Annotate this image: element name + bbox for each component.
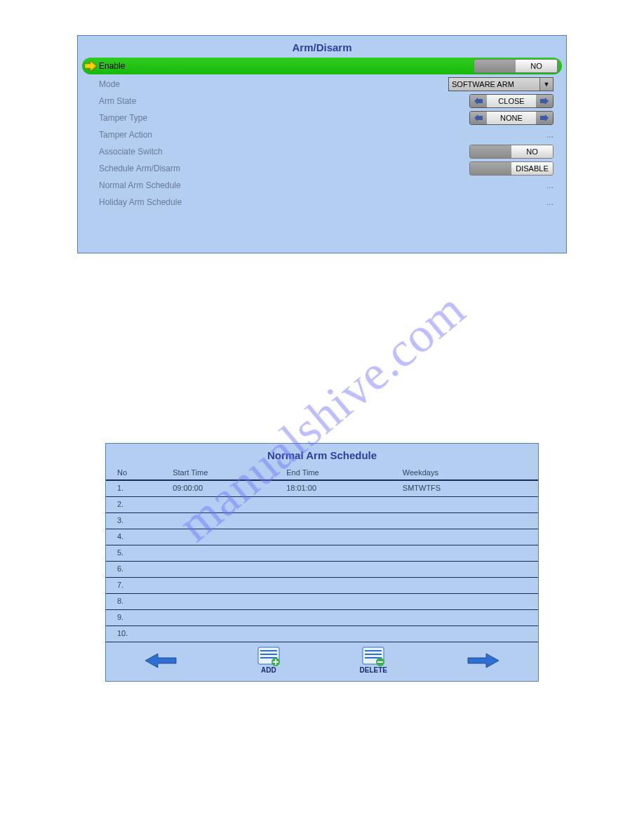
table-row[interactable]: 6. [106,562,538,578]
spinner-arm-state[interactable]: CLOSE [448,94,554,108]
cell-end [269,532,403,542]
cell-start [156,629,269,639]
cell-start [156,581,269,590]
delete-button[interactable]: DELETE [360,647,387,674]
cell-start [156,564,269,574]
label-tamper-action: Tamper Action [98,130,448,140]
cell-no: 4. [106,532,156,542]
col-end: End Time [269,468,403,477]
label-normal-arm-schedule: Normal Arm Schedule [98,180,448,190]
cell-no: 8. [106,597,156,607]
row-holiday-arm-schedule[interactable]: Holiday Arm Schedule ... [78,194,566,211]
arm-disarm-panel: Arm/Disarm Enable NO Mode SOFTWARE ARM▼ … [77,35,567,253]
table-row[interactable]: 7. [106,578,538,594]
back-button[interactable] [145,652,177,669]
pointer-arrow-icon [85,61,98,71]
cell-start [156,516,269,526]
cell-end [269,629,403,639]
svg-marker-2 [540,98,549,105]
schedule-header: No Start Time End Time Weekdays [106,465,538,481]
cell-weekdays: SMTWTFS [403,484,538,494]
toggle-associate-switch[interactable]: NO [448,145,554,159]
cell-weekdays [403,516,538,526]
table-row[interactable]: 3. [106,513,538,529]
label-associate-switch: Associate Switch [98,147,448,157]
value-normal-arm-schedule: ... [546,180,554,190]
table-row[interactable]: 4. [106,529,538,545]
cell-end [269,564,403,574]
dropdown-mode[interactable]: SOFTWARE ARM▼ [448,77,554,91]
svg-marker-5 [145,654,176,668]
cell-start [156,613,269,623]
table-row[interactable]: 5. [106,545,538,562]
cell-end [269,516,403,526]
cell-no: 10. [106,629,156,639]
normal-arm-schedule-panel: Normal Arm Schedule No Start Time End Ti… [105,443,539,682]
row-schedule-armdisarm[interactable]: Schedule Arm/Disarm DISABLE [78,160,566,177]
cell-end [269,500,403,510]
arm-disarm-title: Arm/Disarm [78,36,566,58]
row-mode[interactable]: Mode SOFTWARE ARM▼ [78,76,566,93]
label-arm-state: Arm State [98,96,448,106]
row-tamper-type[interactable]: Tamper Type NONE [78,110,566,126]
cell-weekdays [403,548,538,558]
cell-no: 7. [106,581,156,590]
cell-weekdays [403,613,538,623]
cell-weekdays [403,581,538,590]
label-tamper-type: Tamper Type [98,113,448,123]
arrow-right-icon[interactable] [536,112,553,124]
cell-no: 1. [106,484,156,494]
cell-start: 09:00:00 [156,484,269,494]
cell-no: 2. [106,500,156,510]
row-arm-state[interactable]: Arm State CLOSE [78,93,566,110]
cell-start [156,548,269,558]
svg-marker-4 [540,114,549,121]
cell-end: 18:01:00 [269,484,403,494]
cell-weekdays [403,500,538,510]
svg-marker-1 [474,98,483,105]
cell-no: 5. [106,548,156,558]
table-row[interactable]: 9. [106,610,538,626]
cell-weekdays [403,564,538,574]
table-row[interactable]: 2. [106,497,538,513]
row-associate-switch[interactable]: Associate Switch NO [78,143,566,160]
svg-marker-3 [474,114,483,121]
toggle-enable[interactable]: NO [452,59,558,73]
cell-end [269,613,403,623]
spinner-tamper-type[interactable]: NONE [448,111,554,125]
cell-weekdays [403,629,538,639]
svg-marker-19 [468,654,499,668]
cell-start [156,500,269,510]
delete-label: DELETE [360,666,387,674]
arrow-left-icon[interactable] [470,95,487,107]
value-tamper-action: ... [546,130,554,140]
cell-weekdays [403,532,538,542]
arrow-left-icon[interactable] [470,112,487,124]
next-button[interactable] [467,652,499,669]
schedule-toolbar: ADD DELETE [106,642,538,681]
cell-no: 3. [106,516,156,526]
label-holiday-arm-schedule: Holiday Arm Schedule [98,197,448,207]
toggle-schedule-armdisarm[interactable]: DISABLE [448,161,554,176]
cell-end [269,597,403,607]
label-schedule-armdisarm: Schedule Arm/Disarm [98,164,448,173]
table-row[interactable]: 10. [106,626,538,642]
label-mode: Mode [98,79,448,89]
table-row[interactable]: 1.09:00:0018:01:00SMTWTFS [106,481,538,497]
table-row[interactable]: 8. [106,594,538,610]
label-enable: Enable [98,61,452,71]
add-button[interactable]: ADD [257,647,281,674]
row-tamper-action[interactable]: Tamper Action ... [78,126,566,143]
add-label: ADD [261,666,276,674]
svg-marker-0 [85,61,96,71]
cell-weekdays [403,597,538,607]
col-no: No [106,468,156,477]
schedule-title: Normal Arm Schedule [106,444,538,465]
cell-end [269,581,403,590]
cell-no: 6. [106,564,156,574]
row-normal-arm-schedule[interactable]: Normal Arm Schedule ... [78,177,566,194]
arrow-right-icon[interactable] [536,95,553,107]
row-enable[interactable]: Enable NO [82,58,562,74]
col-weekdays: Weekdays [403,468,538,477]
cell-no: 9. [106,613,156,623]
